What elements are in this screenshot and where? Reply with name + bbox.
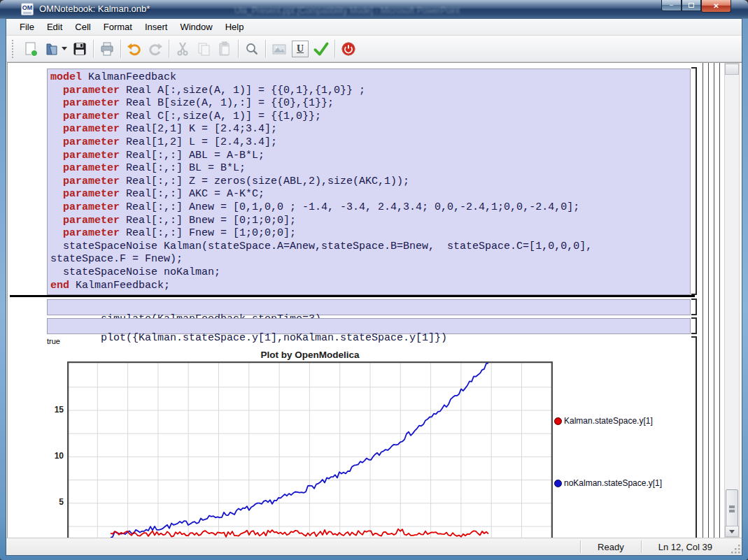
plot-canvas: Plot by OpenModelica 15 10 5 Kalman.stat… [8, 349, 697, 538]
resize-grip[interactable] [731, 544, 742, 555]
image-button[interactable] [269, 38, 290, 59]
cut-button[interactable] [172, 38, 193, 59]
scrollbar-thumb[interactable] [726, 489, 738, 526]
save-icon [71, 41, 88, 57]
close-button[interactable]: ✕ [701, 0, 731, 13]
cell-bracket-model[interactable] [691, 67, 697, 295]
menu-item-format[interactable]: Format [97, 20, 139, 34]
toolbar-grip[interactable] [12, 40, 15, 58]
menu-item-edit[interactable]: Edit [41, 20, 69, 34]
y-tick-15: 15 [44, 405, 64, 415]
cell-bracket-simulate[interactable] [691, 299, 697, 315]
omnotebook-window: Ula_Present.ppt [Compatibility Mode] - M… [0, 0, 748, 560]
menu-item-insert[interactable]: Insert [139, 20, 174, 34]
underline-icon: U [292, 41, 309, 57]
save-button[interactable] [69, 38, 90, 59]
group-bracket-line [719, 63, 720, 538]
scroll-up-button[interactable] [725, 64, 739, 75]
legend-label-kalman: Kalman.stateSpace.y[1] [564, 416, 653, 426]
toolbar-separator [120, 40, 121, 58]
legend-marker-kalman [554, 417, 562, 425]
background-window-title: Ula_Present.ppt [Compatibility Mode] - M… [234, 6, 535, 15]
minimize-button[interactable]: – [661, 0, 682, 11]
status-cursor-position: Ln 12, Col 39 [642, 542, 729, 552]
toolbar-separator [93, 40, 94, 58]
cell-bracket-output[interactable] [691, 336, 697, 538]
model-cell[interactable]: model KalmanFeedback parameter Real A[:,… [47, 69, 691, 295]
window-title: OMNotebook: Kalman.onb* [39, 3, 150, 14]
search-button[interactable] [241, 38, 262, 59]
print-icon [99, 41, 115, 57]
maximize-button[interactable] [682, 0, 701, 11]
menu-item-file[interactable]: File [13, 20, 41, 34]
client-area: File Edit Cell Format Insert Window Help [6, 18, 742, 556]
stop-power-icon [340, 41, 357, 57]
image-icon [271, 41, 288, 57]
vertical-scrollbar[interactable] [724, 63, 740, 538]
paste-button[interactable] [214, 38, 235, 59]
y-tick-5: 5 [44, 497, 64, 507]
notebook-area: model KalmanFeedback parameter Real A[:,… [7, 62, 742, 538]
group-bracket-line [703, 63, 703, 538]
output-cell: true [47, 337, 60, 345]
om-app-icon: OM [21, 3, 34, 15]
stop-button[interactable] [338, 38, 359, 59]
open-button[interactable] [41, 38, 69, 59]
menu-item-cell[interactable]: Cell [69, 20, 97, 34]
new-button[interactable] [20, 38, 41, 59]
group-bracket-line [708, 63, 709, 538]
open-dropdown-icon[interactable] [62, 47, 67, 50]
toolbar-separator [265, 40, 266, 58]
toolbar-separator [238, 40, 239, 58]
redo-button[interactable] [145, 38, 166, 59]
simulate-cell[interactable]: simulate(KalmanFeedback,stopTime=3) [47, 299, 691, 315]
redo-icon [147, 41, 164, 57]
window-controls: – ✕ [661, 0, 731, 13]
plot-area [67, 361, 553, 538]
open-file-icon [43, 41, 60, 57]
new-document-icon [22, 41, 39, 57]
print-button[interactable] [97, 38, 118, 59]
menu-item-help[interactable]: Help [219, 20, 250, 34]
underline-button[interactable]: U [290, 38, 311, 59]
cell-bracket-plot[interactable] [691, 317, 697, 334]
legend-label-nokalman: noKalman.stateSpace.y[1] [564, 478, 662, 488]
status-ready: Ready [581, 542, 641, 552]
legend-item-nokalman: noKalman.stateSpace.y[1] [554, 478, 662, 488]
cut-icon [174, 41, 191, 57]
group-bracket-line [714, 63, 714, 538]
scroll-down-button[interactable] [725, 526, 739, 537]
menu-item-window[interactable]: Window [174, 20, 218, 34]
plot-title: Plot by OpenModelica [67, 350, 553, 360]
cell-cursor-line[interactable] [10, 295, 695, 297]
toolbar-separator [334, 40, 335, 58]
arrow-down-icon [729, 530, 735, 533]
copy-icon [195, 41, 212, 57]
menu-bar: File Edit Cell Format Insert Window Help [6, 19, 742, 36]
plot-command-cell[interactable]: plot({Kalman.stateSpace.y[1],noKalman.st… [47, 318, 691, 334]
title-bar[interactable]: Ula_Present.ppt [Compatibility Mode] - M… [0, 0, 748, 18]
minimize-icon: – [670, 2, 673, 8]
toolbar-separator [169, 40, 169, 58]
search-icon [244, 41, 260, 57]
legend-item-kalman: Kalman.stateSpace.y[1] [554, 416, 653, 426]
evaluate-button[interactable] [311, 38, 332, 59]
evaluate-check-icon [312, 40, 330, 58]
model-cell-code: model KalmanFeedback parameter Real A[:,… [50, 71, 687, 292]
status-bar: Ready Ln 12, Col 39 [6, 538, 742, 555]
y-tick-10: 10 [44, 451, 64, 461]
paste-icon [216, 41, 233, 57]
copy-button[interactable] [193, 38, 214, 59]
undo-button[interactable] [124, 38, 145, 59]
legend-marker-nokalman [554, 480, 562, 487]
toolbar: U [6, 36, 742, 62]
close-icon: ✕ [713, 3, 719, 10]
undo-icon [126, 41, 143, 57]
maximize-icon [689, 3, 694, 8]
